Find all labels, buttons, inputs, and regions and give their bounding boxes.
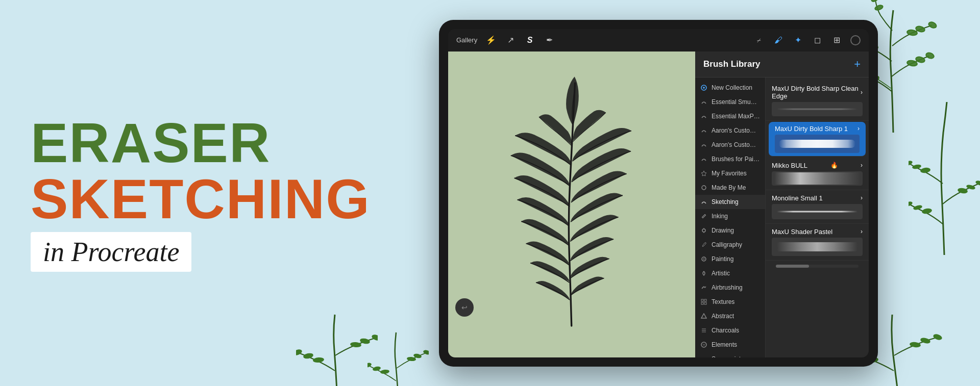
- svg-marker-55: [701, 314, 706, 318]
- brush-item-3-name: Mikko BULL: [772, 162, 807, 169]
- left-content: ERASER SKETCHING in Procreate: [31, 115, 371, 272]
- category-label: Made By Me: [712, 184, 746, 191]
- stroke-line: [779, 140, 855, 148]
- brush-item-3[interactable]: Mikko BULL 🔥 ›: [766, 158, 869, 190]
- eraser-tool-icon[interactable]: ◻: [812, 35, 823, 46]
- brush-library-header: Brush Library +: [695, 52, 869, 78]
- category-spraypaints[interactable]: Spraypaints: [695, 352, 765, 357]
- stroke-preview: [777, 108, 857, 110]
- brush-scrollbar[interactable]: [776, 265, 859, 268]
- svg-point-38: [423, 349, 429, 355]
- category-essential-maxpack[interactable]: Essential MaxPack: [695, 109, 765, 123]
- stroke-line: [777, 242, 857, 251]
- calligraphy-icon: [700, 241, 707, 248]
- category-label: Aaron's Custom Bru...: [712, 127, 760, 134]
- category-airbrushing[interactable]: Airbrushing: [695, 280, 765, 295]
- stroke-line: [774, 172, 860, 185]
- svg-point-45: [702, 229, 705, 232]
- svg-rect-51: [701, 299, 703, 301]
- svg-rect-52: [704, 299, 706, 301]
- smudge-icon: [700, 98, 707, 106]
- svg-point-13: [874, 5, 884, 11]
- category-brushes-painters[interactable]: Brushes for Painters: [695, 152, 765, 166]
- brush-item-4-header: Monoline Small 1 ›: [772, 194, 863, 202]
- collection-icon: [700, 84, 707, 91]
- brush-item-4-name: Monoline Small 1: [772, 194, 823, 202]
- category-textures[interactable]: Textures: [695, 295, 765, 309]
- ipad-screen: Gallery ⚡ ↗ S ✒ ⌿ 🖌 ✦ ◻ ⊞: [448, 29, 869, 357]
- category-made-by-me[interactable]: Made By Me: [695, 181, 765, 195]
- painters-icon: [700, 156, 707, 163]
- spraypaint-icon: [700, 355, 707, 357]
- category-abstract[interactable]: Abstract: [695, 309, 765, 323]
- svg-rect-54: [704, 302, 706, 304]
- eraser-text: ERASER: [31, 115, 371, 171]
- pen-nib-icon[interactable]: ✒: [544, 35, 555, 46]
- color-circle-icon[interactable]: [850, 35, 861, 45]
- brush-scrollbar-thumb: [776, 265, 809, 268]
- ipad-device: Gallery ⚡ ↗ S ✒ ⌿ 🖌 ✦ ◻ ⊞: [439, 20, 878, 367]
- category-artistic[interactable]: Artistic: [695, 266, 765, 280]
- brush-item-2-name: MaxU Dirty Bold Sharp 1: [775, 125, 848, 133]
- category-calligraphy[interactable]: Calligraphy: [695, 238, 765, 252]
- brush-item-1-header: MaxU Dirty Bold Sharp Clean Edge ›: [772, 85, 863, 100]
- category-elements[interactable]: Elements: [695, 338, 765, 352]
- brush-item-2-preview: [775, 135, 860, 153]
- sketching-icon: [700, 198, 707, 205]
- svg-point-16: [921, 208, 932, 214]
- brush-item-1[interactable]: MaxU Dirty Bold Sharp Clean Edge ›: [766, 81, 869, 121]
- drawing-icon: [700, 227, 707, 234]
- category-my-favorites[interactable]: My Favorites: [695, 166, 765, 181]
- brush-item-5[interactable]: MaxU Shader Pastel ›: [766, 224, 869, 261]
- pen-tool-icon[interactable]: ⌿: [753, 35, 765, 46]
- category-label: Airbrushing: [712, 284, 743, 291]
- category-label: Charcoals: [712, 327, 739, 334]
- svg-point-15: [913, 204, 922, 211]
- gallery-button[interactable]: Gallery: [456, 36, 477, 44]
- category-drawing[interactable]: Drawing: [695, 223, 765, 238]
- custom-icon2: [700, 141, 707, 148]
- category-painting[interactable]: Painting: [695, 252, 765, 266]
- brush-item-4[interactable]: Monoline Small 1 ›: [766, 190, 869, 224]
- brush-tool-icon[interactable]: 🖌: [773, 35, 784, 46]
- svg-point-49: [703, 258, 705, 260]
- subtitle-text: in Procreate: [43, 237, 179, 267]
- category-label: Brushes for Painters: [712, 156, 760, 163]
- cursor-icon[interactable]: ↗: [505, 35, 516, 46]
- category-sketching[interactable]: Sketching: [695, 195, 765, 209]
- svg-point-22: [920, 167, 930, 174]
- svg-rect-53: [701, 302, 703, 304]
- brush-item-3-preview: [772, 171, 863, 186]
- selection-icon[interactable]: S: [524, 35, 535, 46]
- airbrush-icon: [700, 284, 707, 291]
- brush-categories[interactable]: New Collection Essential Smudge: [695, 78, 766, 357]
- category-aarons-2[interactable]: Aaron's Custom Bru...: [695, 138, 765, 152]
- brush-item-2[interactable]: MaxU Dirty Bold Sharp 1 ›: [769, 122, 866, 157]
- layers-icon[interactable]: ⊞: [831, 35, 842, 46]
- category-label: New Collection: [712, 84, 752, 91]
- brush-add-button[interactable]: +: [854, 58, 861, 71]
- svg-point-44: [702, 186, 706, 190]
- brush-list[interactable]: MaxU Dirty Bold Sharp Clean Edge › MaxU …: [766, 78, 869, 357]
- category-label: Drawing: [712, 227, 734, 234]
- category-essential-smudge[interactable]: Essential Smudge: [695, 95, 765, 109]
- category-label: Inking: [712, 213, 728, 220]
- svg-point-36: [372, 366, 381, 371]
- category-inking[interactable]: Inking: [695, 209, 765, 223]
- category-new-collection[interactable]: New Collection: [695, 81, 765, 95]
- brush-item-3-header: Mikko BULL 🔥 ›: [772, 162, 863, 169]
- category-label: Textures: [712, 298, 734, 305]
- smudge-tool-icon[interactable]: ✦: [792, 35, 803, 46]
- brush-item-2-chevron: ›: [857, 125, 860, 132]
- textures-icon: [700, 298, 707, 305]
- brush-item-3-chevron: ›: [861, 162, 863, 169]
- leaf-illustration: [467, 74, 676, 334]
- brush-item-5-chevron: ›: [861, 228, 863, 235]
- category-aarons-1[interactable]: Aaron's Custom Bru...: [695, 123, 765, 138]
- svg-point-12: [871, 0, 879, 3]
- undo-button[interactable]: ↩: [455, 298, 474, 317]
- category-charcoals[interactable]: Charcoals: [695, 323, 765, 338]
- modify-icon[interactable]: ⚡: [485, 35, 497, 46]
- painting-icon: [700, 255, 707, 263]
- favorites-icon: [700, 170, 707, 177]
